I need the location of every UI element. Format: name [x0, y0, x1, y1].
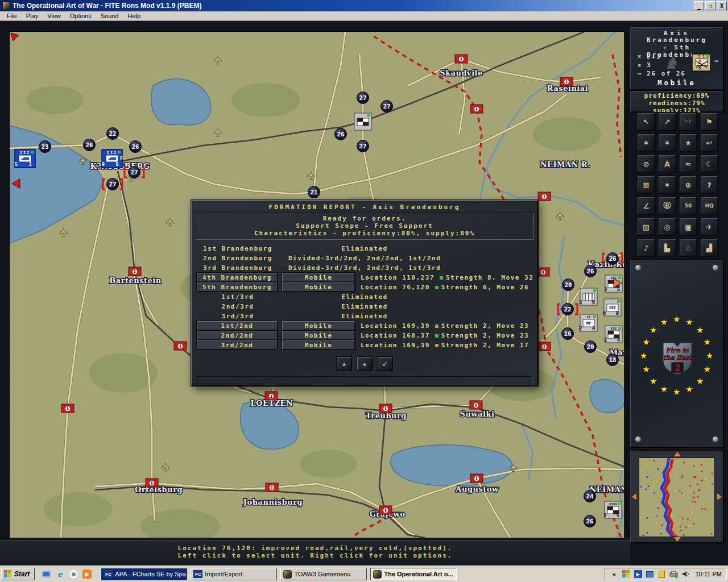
- range-50-button[interactable]: 50: [680, 197, 697, 214]
- airfield-icon: ✈: [164, 218, 176, 227]
- soviet-unit-counter[interactable]: III5 3: [14, 149, 35, 168]
- menu-sound[interactable]: Sound: [96, 12, 123, 20]
- task-the-operational-art-o[interactable]: The Operational Art o...: [370, 568, 457, 580]
- tray-printer-icon[interactable]: [669, 569, 679, 579]
- german-unit-counter[interactable]: [354, 113, 371, 130]
- city-garrison-marker[interactable]: [470, 474, 483, 483]
- letter-a-button[interactable]: A: [659, 155, 676, 172]
- unit-mode-button[interactable]: Mobile: [282, 282, 355, 292]
- night-turn-button[interactable]: ☾: [701, 155, 718, 172]
- unit-name-button[interactable]: 3rd/2nd: [197, 340, 278, 350]
- minimize-button[interactable]: _: [694, 1, 704, 10]
- city-garrison-marker[interactable]: [470, 105, 483, 113]
- german-unit-counter[interactable]: SEC6 9: [603, 299, 622, 316]
- delete-unit-button[interactable]: ⊠: [638, 176, 655, 193]
- tank-button[interactable]: ▟: [701, 239, 718, 256]
- close-button[interactable]: X: [717, 1, 727, 10]
- menu-options[interactable]: Options: [65, 12, 96, 20]
- vehicle-button[interactable]: ▙: [659, 239, 676, 256]
- city-garrison-marker[interactable]: [538, 192, 551, 201]
- unit-mode-button[interactable]: Mobile: [282, 340, 355, 350]
- signature-button[interactable]: ≈: [680, 155, 697, 172]
- cavalry-button[interactable]: ♘: [680, 239, 697, 256]
- prev-formation-button[interactable]: ✶: [638, 134, 655, 151]
- unit-name-button[interactable]: 5th Brandenburg: [197, 282, 278, 292]
- ok-button[interactable]: ✓: [378, 357, 392, 371]
- hq-button[interactable]: HQ: [701, 197, 718, 214]
- city-garrison-marker[interactable]: [560, 77, 573, 86]
- start-button[interactable]: Start: [1, 568, 35, 580]
- unit-name-button[interactable]: 2nd/2nd: [197, 331, 278, 340]
- report-page-button[interactable]: ▨: [638, 218, 655, 235]
- city-garrison-marker[interactable]: [61, 404, 74, 413]
- terrain-view-button[interactable]: ▣: [680, 218, 697, 235]
- unit-mode-button[interactable]: Mobile: [282, 321, 355, 330]
- help-button[interactable]: ?: [701, 176, 718, 193]
- air-mission-button[interactable]: ✈: [701, 218, 718, 235]
- zoom-in-button[interactable]: ⊕: [680, 176, 697, 193]
- next-formation-button[interactable]: ✭: [357, 357, 372, 371]
- city-garrison-marker[interactable]: 2: [265, 392, 278, 400]
- german-unit-counter[interactable]: 3 6: [579, 288, 598, 305]
- menu-play[interactable]: Play: [22, 12, 43, 20]
- sound-button[interactable]: ♪: [638, 239, 655, 256]
- formation-report-button[interactable]: ★: [680, 134, 697, 151]
- minimap-scroll-up-arrow[interactable]: [674, 452, 681, 456]
- minimap-scroll-left-arrow[interactable]: [632, 493, 636, 500]
- tray-chevron[interactable]: «: [610, 569, 619, 579]
- task-apa-fcharts-se-by-spa[interactable]: FCAPA - FCharts SE by Spa...: [101, 568, 187, 580]
- tray-update-icon[interactable]: [657, 569, 667, 579]
- svg-text:2: 2: [270, 394, 272, 399]
- city-garrison-marker[interactable]: [470, 401, 482, 409]
- soviet-unit-counter[interactable]: III9 5F: [101, 149, 123, 168]
- minimap-scroll-down-arrow[interactable]: [674, 537, 681, 542]
- german-unit-counter[interactable]: XXX2 4: [604, 326, 623, 343]
- city-garrison-marker[interactable]: [266, 483, 278, 492]
- unit-counter-icon[interactable]: I I 2 3: [692, 54, 710, 71]
- unit-mode-button[interactable]: Mobile: [282, 273, 355, 282]
- unit-name-button[interactable]: 4th Brandenburg: [197, 273, 278, 282]
- chrome-icon[interactable]: [68, 568, 79, 580]
- unit-name-button[interactable]: 1st/2nd: [197, 321, 278, 330]
- menu-help[interactable]: Help: [123, 12, 146, 20]
- next-unit-button[interactable]: ↗: [659, 113, 676, 130]
- city-garrison-marker[interactable]: [379, 506, 392, 514]
- restore-button[interactable]: ❐: [705, 1, 715, 10]
- airfield-icon: ✈: [77, 156, 89, 166]
- inspect-button[interactable]: ◎: [659, 218, 676, 235]
- city-garrison-marker[interactable]: [129, 267, 141, 276]
- unit-mode-button[interactable]: Mobile: [282, 331, 355, 340]
- city-garrison-marker[interactable]: [146, 479, 158, 487]
- burst-button[interactable]: ✶: [659, 176, 676, 193]
- city-garrison-marker[interactable]: [379, 404, 392, 413]
- german-unit-counter[interactable]: IIMP2 4: [579, 314, 598, 331]
- minimap-panel[interactable]: [630, 451, 723, 543]
- flag-button[interactable]: ⚑: [701, 113, 718, 130]
- tray-display-icon[interactable]: [646, 569, 655, 579]
- city-garrison-marker[interactable]: [455, 55, 468, 63]
- tray-player-icon[interactable]: ▶: [634, 569, 643, 579]
- next-unit-arrow-icon[interactable]: →: [714, 56, 718, 65]
- tray-msn-icon[interactable]: [622, 569, 631, 579]
- prev-formation-button[interactable]: ✭: [337, 357, 351, 371]
- city-garrison-marker[interactable]: [537, 268, 549, 276]
- internet-explorer-icon[interactable]: e: [54, 568, 65, 580]
- protractor-button[interactable]: ∠: [638, 197, 655, 214]
- show-desktop-icon[interactable]: [40, 568, 52, 580]
- task-import-export[interactable]: FCImport/Export.: [191, 568, 277, 580]
- menu-view[interactable]: View: [43, 12, 65, 20]
- german-unit-counter[interactable]: XXXX3 5: [603, 501, 623, 518]
- city-garrison-marker[interactable]: [538, 342, 551, 351]
- prev-unit-button[interactable]: ↖: [638, 113, 655, 130]
- menu-file[interactable]: File: [2, 12, 22, 20]
- no-orders-button[interactable]: ⊘: [638, 155, 655, 172]
- next-formation-button[interactable]: ✶: [659, 134, 676, 151]
- minimap-scroll-right-arrow[interactable]: [717, 493, 722, 500]
- task-toaw3-gamemenu[interactable]: TOAW3 Gamemenu: [280, 568, 367, 580]
- city-garrison-marker[interactable]: [174, 342, 187, 350]
- undo-button[interactable]: ↩: [701, 134, 718, 151]
- crossed-flags-button[interactable]: ⚐⚐: [680, 113, 697, 130]
- media-player-icon[interactable]: ▶: [81, 568, 93, 580]
- tray-volume-icon[interactable]: [681, 569, 690, 579]
- bombard-button[interactable]: Ⓑ: [659, 197, 676, 214]
